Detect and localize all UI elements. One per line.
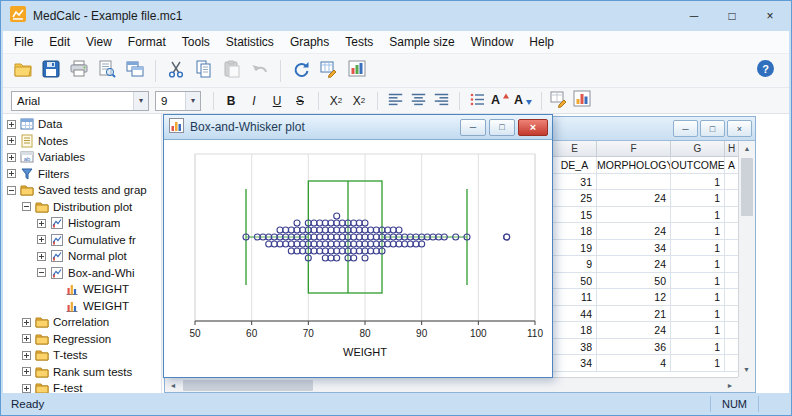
cell[interactable]: 9 (553, 256, 597, 273)
font-increase-button[interactable]: A (489, 90, 511, 112)
cell[interactable]: 1 (671, 190, 725, 207)
tree-expander-collapse-icon[interactable] (37, 268, 46, 277)
tree-item-histogram[interactable]: Histogram (3, 215, 161, 232)
copy-button[interactable] (190, 57, 217, 84)
cell[interactable]: 50 (553, 273, 597, 290)
tree-item-f-test[interactable]: F-test (3, 380, 161, 393)
cell[interactable] (725, 223, 739, 240)
cell[interactable] (725, 322, 739, 339)
subscript-button[interactable]: X2 (325, 90, 347, 112)
tree-expander-expand-icon[interactable] (22, 351, 31, 360)
tree-item-data[interactable]: Data (3, 116, 161, 133)
bold-button[interactable]: B (220, 90, 242, 112)
tree-expander-collapse-icon[interactable] (7, 186, 16, 195)
maximize-button[interactable]: □ (713, 2, 751, 30)
menu-window[interactable]: Window (463, 32, 522, 52)
cell[interactable]: OUTCOME (671, 157, 725, 174)
scroll-right-icon[interactable]: ► (722, 378, 738, 392)
tree-expander-expand-icon[interactable] (7, 169, 16, 178)
cell[interactable]: 1 (671, 207, 725, 224)
tree-item-regression[interactable]: Regression (3, 331, 161, 348)
cell[interactable]: 44 (553, 306, 597, 323)
vertical-scroll-thumb[interactable] (741, 158, 753, 216)
cell[interactable]: DE_A (553, 157, 597, 174)
cell[interactable]: 11 (553, 289, 597, 306)
tree-item-filters[interactable]: Filters (3, 166, 161, 183)
tree-item-cumulative-fr[interactable]: Cumulative fr (3, 232, 161, 249)
menu-statistics[interactable]: Statistics (218, 32, 282, 52)
cell[interactable]: 18 (553, 322, 597, 339)
cell[interactable]: 1 (671, 306, 725, 323)
cell[interactable]: A (725, 157, 739, 174)
cell[interactable]: 24 (597, 256, 671, 273)
tree-item-saved-tests-and-grap[interactable]: Saved tests and grap (3, 182, 161, 199)
cut-button[interactable] (162, 57, 189, 84)
help-button[interactable]: ? (752, 57, 779, 84)
menu-tests[interactable]: Tests (337, 32, 381, 52)
select-data-button[interactable] (315, 57, 342, 84)
tree-expander-expand-icon[interactable] (37, 219, 46, 228)
plot-window-titlebar[interactable]: Box-and-Whisker plot ─□× (164, 115, 552, 140)
close-button[interactable]: × (751, 2, 789, 30)
sheet-close-button[interactable]: × (727, 120, 752, 137)
menu-sample-size[interactable]: Sample size (381, 32, 462, 52)
cell[interactable]: 18 (553, 223, 597, 240)
cell[interactable]: 21 (597, 306, 671, 323)
tree-item-t-tests[interactable]: T-tests (3, 347, 161, 364)
menu-view[interactable]: View (78, 32, 120, 52)
plot-close-button[interactable]: × (518, 119, 548, 136)
cell[interactable] (725, 339, 739, 356)
tree-item-rank-sum-tests[interactable]: Rank sum tests (3, 364, 161, 381)
menu-edit[interactable]: Edit (41, 32, 78, 52)
tree-item-weight[interactable]: WEIGHT (3, 281, 161, 298)
new-window-button[interactable] (121, 57, 148, 84)
cell[interactable] (725, 289, 739, 306)
cell[interactable] (725, 190, 739, 207)
tree-item-variables[interactable]: abVariables (3, 149, 161, 166)
menu-tools[interactable]: Tools (174, 32, 218, 52)
cell[interactable]: 4 (597, 355, 671, 372)
scroll-up-icon[interactable]: ▲ (739, 141, 755, 156)
cell[interactable]: MORPHOLOGY (597, 157, 671, 174)
font-family-select[interactable]: Arial▾ (11, 91, 149, 111)
column-header-H[interactable]: H (725, 141, 739, 157)
cell[interactable] (725, 256, 739, 273)
paste-button[interactable] (218, 57, 245, 84)
tree-expander-expand-icon[interactable] (22, 367, 31, 376)
scroll-down-icon[interactable]: ▼ (738, 362, 755, 377)
tree-item-notes[interactable]: Notes (3, 133, 161, 150)
cell[interactable]: 1 (671, 339, 725, 356)
menu-format[interactable]: Format (120, 32, 174, 52)
italic-button[interactable]: I (243, 90, 265, 112)
cell[interactable] (725, 207, 739, 224)
cell[interactable]: 38 (553, 339, 597, 356)
cell[interactable] (725, 273, 739, 290)
list-button[interactable] (466, 90, 488, 112)
cell[interactable] (725, 306, 739, 323)
chevron-down-icon[interactable]: ▾ (185, 92, 200, 110)
column-header-G[interactable]: G (671, 141, 725, 157)
tree-expander-expand-icon[interactable] (7, 136, 16, 145)
cell[interactable] (725, 355, 739, 372)
menu-graphs[interactable]: Graphs (282, 32, 337, 52)
cell[interactable] (725, 174, 739, 191)
cell[interactable]: 1 (671, 223, 725, 240)
strikethrough-button[interactable]: S (289, 90, 311, 112)
align-right-button[interactable] (430, 90, 452, 112)
tree-expander-expand-icon[interactable] (22, 318, 31, 327)
format-cells-button[interactable] (548, 90, 570, 112)
plot-maximize-button[interactable]: □ (489, 119, 515, 136)
cell[interactable]: 1 (671, 322, 725, 339)
cell[interactable]: 15 (553, 207, 597, 224)
tree-expander-expand-icon[interactable] (7, 153, 16, 162)
spreadsheet-vertical-scrollbar[interactable]: ▲ (738, 141, 755, 377)
cell[interactable] (597, 174, 671, 191)
font-size-select[interactable]: 9▾ (155, 91, 201, 111)
tree-expander-expand-icon[interactable] (22, 334, 31, 343)
menu-help[interactable]: Help (521, 32, 562, 52)
cell[interactable]: 24 (597, 190, 671, 207)
undo-button[interactable] (246, 57, 273, 84)
underline-button[interactable]: U (266, 90, 288, 112)
plot-minimize-button[interactable]: ─ (460, 119, 486, 136)
cell[interactable]: 34 (553, 355, 597, 372)
